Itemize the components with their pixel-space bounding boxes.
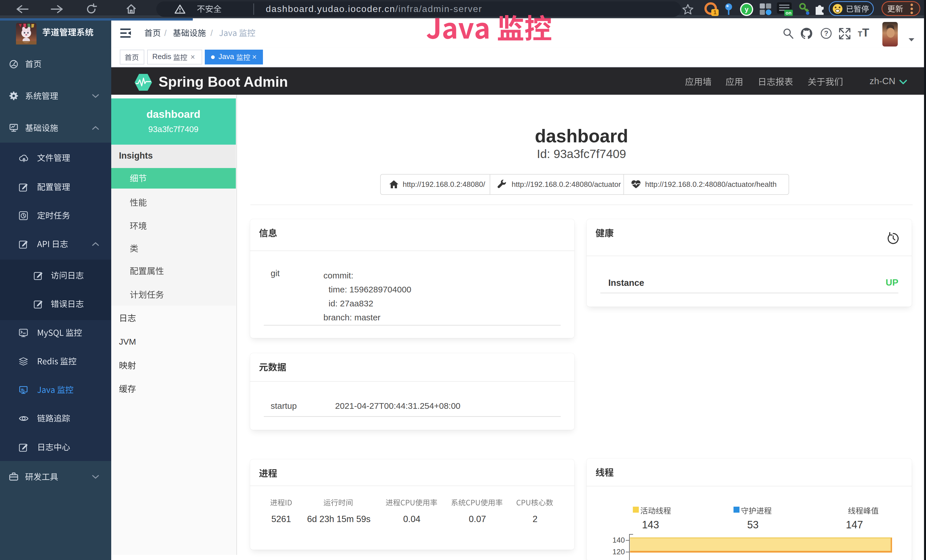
svg-text:1: 1	[713, 9, 716, 15]
svg-text:?: ?	[824, 29, 828, 37]
svg-text:y: y	[744, 5, 749, 13]
svg-text:on: on	[786, 10, 792, 16]
